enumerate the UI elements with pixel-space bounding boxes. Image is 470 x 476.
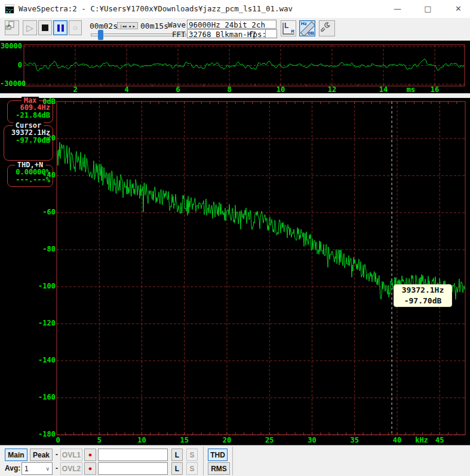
avg-label: Avg:: [5, 464, 20, 472]
spectrum-y-zero-label: 0dB: [33, 98, 56, 106]
spectrum-x-tick: 20: [219, 437, 235, 444]
spectrum-y-label: -80: [27, 245, 56, 253]
thd-readout-title: THD,+N: [15, 161, 45, 169]
play-icon: ▷: [26, 23, 33, 32]
settings-wrench-icon: [320, 21, 331, 33]
ovl2-name-input[interactable]: [98, 462, 168, 475]
ovl1-load-button[interactable]: L: [171, 449, 183, 461]
record-dot-icon: ●: [88, 452, 93, 458]
spectrum-x-tick: 5: [91, 437, 107, 444]
spectrum-y-label: -160: [27, 394, 56, 401]
title-bar: WaveSpectra:2 - C:¥Users¥1700x¥Downloads…: [0, 0, 470, 19]
spectrum-plot[interactable]: [0, 98, 470, 445]
thd-button[interactable]: THD: [208, 449, 228, 461]
channel-lr-button[interactable]: L R: [281, 20, 296, 36]
wave-format-field: 96000Hz 24bit 2ch: [187, 20, 277, 29]
pause-icon: [57, 24, 60, 32]
max-level: -21.84dB: [10, 112, 50, 119]
fps-label: fps:: [248, 30, 266, 39]
cursor-readout: Cursor 39372.1Hz -97.70dB: [4, 125, 53, 161]
waveform-panel: 300000-30000246810121416ms: [0, 41, 470, 93]
ovl2-record-button[interactable]: ●: [84, 462, 96, 475]
chevron-down-icon: ∨: [45, 466, 50, 472]
spectrum-x-tick: 35: [346, 437, 363, 444]
play-button[interactable]: ▷: [23, 20, 37, 35]
position-slider-thumb[interactable]: [98, 30, 103, 40]
settings-button[interactable]: [319, 20, 335, 36]
cursor-tooltip: 39372.1Hz -97.70dB: [394, 284, 452, 307]
window-title: WaveSpectra:2 - C:¥Users¥1700x¥Downloads…: [19, 4, 293, 13]
panel-divider: [0, 93, 470, 98]
dash-label-2: -: [56, 464, 58, 472]
record-dot-icon: ●: [88, 465, 93, 472]
spectrum-x-tick: 45: [431, 437, 448, 444]
toolbar: ▷ ○ 00m02s |◀◀ ◀ ▶ ▶▶| 00m15s Wave: 9600…: [0, 18, 470, 42]
ovl2-load-button[interactable]: L: [171, 462, 183, 475]
open-file-button[interactable]: [5, 20, 19, 35]
stop-button[interactable]: [38, 20, 52, 35]
fps-field: [265, 29, 277, 38]
total-time: 00m15s: [140, 22, 168, 30]
ovl1-save-button[interactable]: S: [186, 449, 198, 461]
elapsed-time: 00m02s: [90, 22, 118, 30]
app-icon: [5, 4, 14, 14]
spectrum-x-tick: 10: [134, 437, 150, 444]
spectrum-x-tick: 25: [261, 437, 278, 444]
spectrum-panel: Max 609.4Hz -21.84dB Cursor 39372.1Hz -9…: [0, 98, 470, 445]
ovl1-button[interactable]: OVL1: [60, 449, 82, 461]
lr-axis-icon: L R: [282, 23, 294, 35]
hz-db-scale-button[interactable]: Hz dB: [299, 20, 315, 36]
pause-button[interactable]: [53, 20, 67, 35]
maximize-button[interactable]: □: [414, 0, 441, 17]
close-button[interactable]: ✕: [445, 0, 470, 17]
spectrum-x-unit: kHz: [413, 437, 430, 444]
cursor-tooltip-frequency: 39372.1Hz: [394, 285, 451, 296]
seek-buttons[interactable]: |◀◀ ◀ ▶ ▶▶|: [117, 22, 138, 29]
spectrum-y-label: -40: [27, 171, 56, 179]
avg-value: 1: [24, 465, 29, 473]
spectrum-x-tick: 30: [304, 437, 321, 444]
record-button[interactable]: ○: [69, 20, 82, 35]
dash-label-1: -: [56, 450, 58, 459]
open-file-icon: [5, 21, 15, 30]
cursor-readout-title: Cursor: [13, 122, 44, 130]
waveform-y-label: 30000: [0, 42, 22, 50]
wavespectra-window: WaveSpectra:2 - C:¥Users¥1700x¥Downloads…: [0, 0, 470, 476]
stop-icon: [42, 24, 48, 31]
minimize-button[interactable]: —: [384, 0, 411, 17]
spectrum-x-tick: 15: [176, 437, 193, 444]
spectrum-x-tick: 0: [50, 437, 66, 444]
ovl2-button[interactable]: OVL2: [60, 462, 82, 475]
main-view-button[interactable]: Main: [5, 449, 27, 461]
record-icon: ○: [73, 24, 78, 32]
spectrum-y-label: -100: [27, 282, 56, 290]
waveform-y-label: -30000: [0, 80, 22, 88]
spectrum-y-label: -120: [27, 320, 56, 327]
spectrum-y-label: -140: [27, 357, 56, 364]
cursor-tooltip-level: -97.70dB: [394, 296, 451, 306]
ovl2-save-button[interactable]: S: [186, 462, 198, 475]
hz-db-ruler-icon: Hz dB: [301, 22, 314, 35]
rms-button[interactable]: RMS: [208, 462, 230, 475]
spectrum-y-label: -60: [27, 208, 56, 216]
peak-button[interactable]: Peak: [30, 449, 53, 461]
waveform-y-label: 0: [0, 62, 22, 69]
spectrum-y-label: -20: [27, 134, 56, 142]
bottom-bar: Main Peak - OVL1 ● L S THD Avg: 1 ∨ - OV…: [0, 445, 470, 476]
ovl1-record-button[interactable]: ●: [84, 449, 96, 461]
spectrum-x-tick: 40: [389, 437, 406, 444]
ovl1-name-input[interactable]: [98, 449, 168, 461]
waveform-plot: [0, 41, 470, 93]
avg-select[interactable]: 1 ∨: [21, 462, 53, 475]
